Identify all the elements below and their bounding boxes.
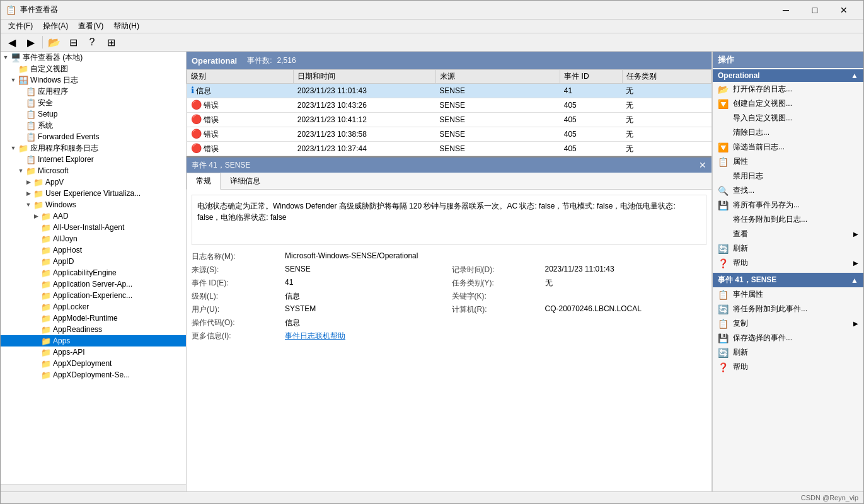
tree-item-5[interactable]: 📋 Setup [1, 108, 186, 120]
tree-item-4[interactable]: 📋 安全 [1, 97, 186, 108]
tree-label: AAD [53, 212, 69, 220]
table-section-title: Operational [192, 56, 237, 66]
tree-toggle[interactable]: ▼ [16, 168, 26, 174]
tree-item-2[interactable]: ▼ 🪟 Windows 日志 [1, 74, 186, 86]
tree-item-21[interactable]: 📁 Application-Experienc... [1, 290, 186, 301]
menu-item-v[interactable]: 查看(V) [73, 20, 108, 33]
tree-item-27[interactable]: 📁 AppXDeployment [1, 358, 186, 369]
event-section-header[interactable]: 事件 41，SENSE ▲ [713, 273, 863, 287]
table-row[interactable]: 🔴 错误 2023/11/23 10:38:58 SENSE 405 无 [187, 127, 711, 142]
tree-item-1[interactable]: 📁 自定义视图 [1, 63, 186, 74]
tree-toggle[interactable]: ▶ [23, 179, 33, 185]
tree-item-26[interactable]: 📁 Apps-API [1, 346, 186, 358]
tree-item-18[interactable]: 📁 AppID [1, 256, 186, 267]
action-item-7[interactable]: 🔍 查找... [713, 183, 863, 198]
cell-source: SENSE [435, 142, 560, 156]
event-count-label: 事件数: [247, 55, 272, 66]
minimize-button[interactable]: ─ [771, 1, 800, 20]
tree-item-20[interactable]: 📁 Application Server-Ap... [1, 278, 186, 290]
tree-item-19[interactable]: 📁 ApplicabilityEngine [1, 267, 186, 278]
tree-toggle[interactable]: ▼ [23, 202, 33, 208]
action-item-5[interactable]: 📋 属性 [713, 154, 863, 169]
tree-item-15[interactable]: 📁 All-User-Install-Agent [1, 222, 186, 233]
tree-item-3[interactable]: 📋 应用程序 [1, 86, 186, 97]
tree-item-0[interactable]: ▼ 🖥️ 事件查看器 (本地) [1, 52, 186, 63]
tree-toggle[interactable]: ▼ [1, 54, 11, 60]
detail-close-button[interactable]: ✕ [699, 161, 706, 169]
more-info-link[interactable]: 事件日志联机帮助 [285, 331, 447, 341]
action-icon: 💾 [718, 333, 729, 343]
cell-task: 无 [622, 127, 711, 142]
event-action-item-1[interactable]: 🔄 将任务附加到此事件... [713, 302, 863, 316]
action-item-1[interactable]: 🔽 创建自定义视图... [713, 96, 863, 111]
tree-item-13[interactable]: ▼ 📁 Windows [1, 199, 186, 210]
col-eventid[interactable]: 事件 ID [560, 70, 623, 84]
tree-item-9[interactable]: 📋 Internet Explorer [1, 154, 186, 165]
table-row[interactable]: 🔴 错误 2023/11/23 10:41:12 SENSE 405 无 [187, 113, 711, 127]
cell-datetime: 2023/11/23 10:41:12 [294, 113, 436, 127]
tree-toggle[interactable]: ▶ [23, 190, 33, 197]
tree-item-10[interactable]: ▼ 📁 Microsoft [1, 165, 186, 176]
col-datetime[interactable]: 日期和时间 [294, 70, 436, 84]
action-item-10[interactable]: 查看 ▶ [713, 227, 863, 241]
tree-hscrollbar[interactable] [1, 484, 186, 491]
tree-label: AppXDeployment-Se... [53, 370, 130, 379]
col-source[interactable]: 来源 [435, 70, 560, 84]
event-action-item-3[interactable]: 💾 保存选择的事件... [713, 331, 863, 345]
tree-item-23[interactable]: 📁 AppModel-Runtime [1, 312, 186, 324]
tree-item-11[interactable]: ▶ 📁 AppV [1, 176, 186, 188]
tree-item-8[interactable]: ▼ 📁 应用程序和服务日志 [1, 142, 186, 154]
forward-button[interactable]: ▶ [22, 35, 40, 50]
action-label: 刷新 [733, 243, 748, 254]
close-button[interactable]: ✕ [829, 1, 858, 20]
table-row[interactable]: ℹ 信息 2023/11/23 11:01:43 SENSE 41 无 [187, 84, 711, 98]
action-item-12[interactable]: ❓ 帮助 ▶ [713, 256, 863, 270]
app-icon: 📋 [6, 5, 16, 15]
tree-toggle[interactable]: ▼ [8, 145, 18, 151]
tree-toggle[interactable]: ▶ [31, 213, 41, 219]
tree-item-14[interactable]: ▶ 📁 AAD [1, 210, 186, 222]
col-task[interactable]: 任务类别 [622, 70, 711, 84]
action-item-11[interactable]: 🔄 刷新 [713, 241, 863, 256]
menu-item-f[interactable]: 文件(F) [3, 20, 38, 33]
back-button[interactable]: ◀ [3, 35, 21, 50]
tree-label: Apps [53, 336, 70, 345]
new-view-button[interactable]: ⊟ [64, 35, 82, 50]
menu-item-a[interactable]: 操作(A) [38, 20, 73, 33]
help-button[interactable]: ? [83, 35, 101, 50]
action-item-6[interactable]: 禁用日志 [713, 169, 863, 183]
event-action-item-2[interactable]: 📋 复制 ▶ [713, 316, 863, 331]
tree-item-7[interactable]: 📋 Forwarded Events [1, 131, 186, 142]
event-action-item-4[interactable]: 🔄 刷新 [713, 345, 863, 360]
tab-general[interactable]: 常规 [187, 173, 221, 190]
tree-item-16[interactable]: 📁 AllJoyn [1, 233, 186, 244]
action-arrow: ▶ [853, 320, 858, 327]
tree-toggle[interactable]: ▼ [8, 77, 18, 83]
col-level[interactable]: 级别 [187, 70, 294, 84]
action-item-2[interactable]: 导入自定义视图... [713, 111, 863, 125]
action-item-4[interactable]: 🔽 筛选当前日志... [713, 140, 863, 154]
tree-item-17[interactable]: 📁 AppHost [1, 244, 186, 256]
menu-item-h[interactable]: 帮助(H) [108, 20, 144, 33]
event-action-item-0[interactable]: 📋 事件属性 [713, 287, 863, 302]
tree-item-28[interactable]: 📁 AppXDeployment-Se... [1, 369, 186, 381]
open-log-button[interactable]: 📂 [45, 35, 63, 50]
table-row[interactable]: 🔴 错误 2023/11/23 10:43:26 SENSE 405 无 [187, 98, 711, 113]
tree-item-25[interactable]: 📁 Apps [1, 335, 186, 346]
event-table-area[interactable]: 级别 日期和时间 来源 事件 ID 任务类别 ℹ 信息 2023/11/23 1… [187, 69, 711, 156]
tab-details[interactable]: 详细信息 [221, 173, 270, 190]
event-action-item-5[interactable]: ❓ 帮助 [713, 360, 863, 374]
action-item-9[interactable]: 将任务附加到此日志... [713, 212, 863, 227]
table-row[interactable]: 🔴 错误 2023/11/23 10:37:44 SENSE 405 无 [187, 142, 711, 156]
actions-header[interactable]: 操作 [713, 52, 863, 68]
action-item-0[interactable]: 📂 打开保存的日志... [713, 82, 863, 96]
action-item-3[interactable]: 清除日志... [713, 125, 863, 140]
operational-section-header[interactable]: Operational ▲ [713, 69, 863, 82]
action-item-8[interactable]: 💾 将所有事件另存为... [713, 198, 863, 212]
tree-item-6[interactable]: 📋 系统 [1, 120, 186, 131]
maximize-button[interactable]: □ [800, 1, 829, 20]
view-button[interactable]: ⊞ [102, 35, 120, 50]
tree-item-24[interactable]: 📁 AppReadiness [1, 324, 186, 335]
tree-item-22[interactable]: 📁 AppLocker [1, 301, 186, 312]
tree-item-12[interactable]: ▶ 📁 User Experience Virtualiza... [1, 188, 186, 199]
